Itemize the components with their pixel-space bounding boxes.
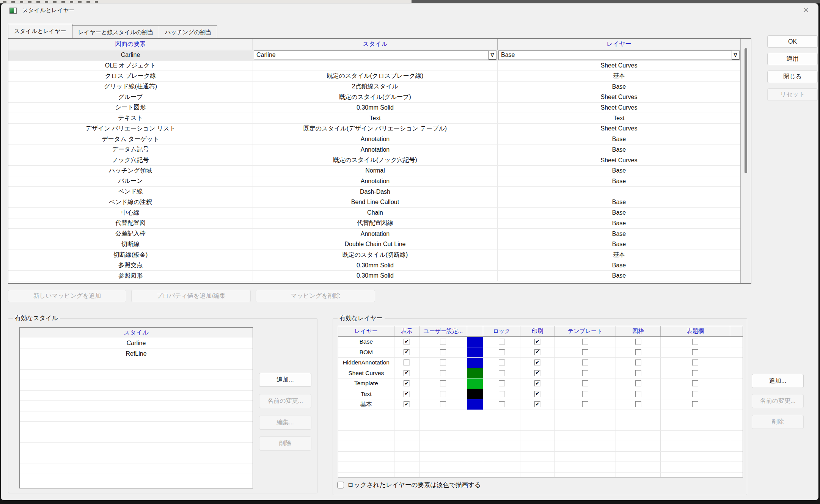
checkbox-title-block[interactable] [692,370,698,376]
checkbox-lock[interactable] [499,349,505,355]
mapping-table-row[interactable]: テキストTextText [8,113,740,124]
checkbox-frame[interactable] [616,358,661,368]
checkbox-show[interactable] [394,358,419,368]
checkbox-print[interactable]: ✔ [520,337,555,347]
checkbox-frame[interactable] [635,401,641,407]
mapping-table-row[interactable]: データム ターゲットAnnotationBase [8,134,740,145]
checkbox-frame[interactable] [635,380,641,386]
style-list-item[interactable]: Carline [20,338,253,349]
checkbox-frame[interactable] [635,370,641,376]
checkbox-show[interactable]: ✔ [394,347,419,358]
checkbox-title-block[interactable] [661,347,730,358]
checkbox-lock[interactable] [499,391,505,397]
checkbox-title-block[interactable] [692,339,698,345]
checkbox-template[interactable] [555,358,616,368]
mapping-table-row[interactable]: 公差記入枠AnnotationBase [8,229,740,239]
layer-name-cell[interactable]: 基本 [338,399,394,410]
apply-button[interactable]: 適用 [767,53,818,65]
checkbox-print[interactable]: ✔ [520,399,555,410]
checkbox-title-block[interactable] [692,360,698,366]
layer-color-swatch[interactable] [467,347,483,358]
layers-header-print[interactable]: 印刷 [520,326,555,336]
checkbox-lock[interactable] [483,389,520,399]
layer-name-cell[interactable]: Sheet Curves [338,368,394,378]
checkbox-lock[interactable] [483,347,520,358]
mapping-table-row[interactable]: ベンド線の注釈Bend Line CalloutBase [8,197,740,208]
checkbox-print[interactable]: ✔ [534,370,540,376]
checkbox-lock[interactable] [499,380,505,386]
mapping-table-row[interactable]: データム記号AnnotationBase [8,144,740,155]
layer-color-swatch[interactable] [467,337,483,347]
checkbox-print[interactable]: ✔ [520,378,555,389]
checkbox-print[interactable]: ✔ [520,358,555,368]
column-header-drawing-element[interactable]: 図面の要素 [8,39,253,50]
checkbox-lock[interactable] [483,337,520,347]
column-header-layer[interactable]: レイヤー [498,39,740,50]
layer-row[interactable]: HiddenAnnotation✔ [338,358,743,368]
checkbox-lock[interactable] [483,358,520,368]
mapping-table-row[interactable]: グループ既定のスタイル(グループ)Sheet Curves [8,92,740,103]
mapping-table-row[interactable]: クロス ブレーク線既定のスタイル(クロスブレーク線)基本 [8,71,740,82]
checkbox-lock[interactable] [499,401,505,407]
locked-layers-dim-checkbox[interactable]: ロックされたレイヤーの要素は淡色で描画する [337,481,481,489]
mapping-table-row[interactable]: 中心線ChainBase [8,208,740,218]
mapping-table-row[interactable]: グリッド線(柱通芯)2点鎖線スタイルBase [8,82,740,92]
tab-layer-linestyle-assignment[interactable]: レイヤーと線スタイルの割当 [72,25,159,38]
checkbox-print[interactable]: ✔ [534,349,540,355]
checkbox-template[interactable] [555,399,616,410]
checkbox-template[interactable] [582,401,588,407]
layer-add-button[interactable]: 追加... [752,374,804,388]
checkbox-show[interactable]: ✔ [394,389,419,399]
mapping-table-row[interactable]: OLE オブジェクトSheet Curves [8,61,740,71]
checkbox-show[interactable]: ✔ [404,401,410,407]
tab-hatching-assignment[interactable]: ハッチングの割当 [159,25,217,38]
checkbox-lock[interactable] [483,368,520,378]
mapping-table-row[interactable]: 参照図形0.30mm SolidBase [8,271,740,281]
mapping-table-row[interactable]: ノック穴記号既定のスタイル(ノック穴記号)Sheet Curves [8,155,740,166]
checkbox-user-settings[interactable] [419,337,468,347]
checkbox-title-block[interactable] [661,378,730,389]
layers-header-user-settings[interactable]: ユーザー設定... [419,326,468,336]
layer-color-swatch[interactable] [467,378,483,389]
checkbox-lock[interactable] [483,399,520,410]
mapping-table-row[interactable]: デザイン バリエーション リスト既定のスタイル(デザイン バリエーション テーブ… [8,124,740,134]
checkbox-show[interactable]: ✔ [394,378,419,389]
layer-name-cell[interactable]: Base [338,337,394,347]
checkbox-title-block[interactable] [692,349,698,355]
checkbox-show[interactable]: ✔ [404,339,410,345]
layer-color-swatch[interactable] [467,347,483,358]
checkbox-title-block[interactable] [692,401,698,407]
layers-header-show[interactable]: 表示 [394,326,419,336]
layer-color-swatch[interactable] [467,368,483,378]
checkbox-frame[interactable] [635,360,641,366]
mapping-table-row[interactable]: シート図形0.30mm SolidSheet Curves [8,103,740,113]
layer-name-cell[interactable]: Template [338,378,394,389]
style-add-button[interactable]: 追加... [259,373,311,387]
layers-header-template[interactable]: テンプレート [555,326,616,336]
checkbox-print[interactable]: ✔ [520,347,555,358]
filter-icon[interactable]: ∇ [489,51,496,60]
checkbox-frame[interactable] [635,391,641,397]
checkbox-user-settings[interactable] [419,378,468,389]
scrollbar-thumb[interactable] [745,48,747,173]
layer-color-swatch[interactable] [467,378,483,389]
mapping-table-row[interactable]: CarlineCarline∇Base∇ [8,50,740,61]
checkbox-user-settings[interactable] [440,339,446,345]
tab-styles-and-layers[interactable]: スタイルとレイヤー [8,24,72,38]
checkbox-template[interactable] [555,368,616,378]
layer-row[interactable]: Text✔✔ [338,389,743,400]
checkbox-template[interactable] [555,389,616,399]
checkbox-user-settings[interactable] [440,370,446,376]
column-header-style[interactable]: スタイル [253,39,498,50]
checkbox-user-settings[interactable] [419,399,468,410]
layers-header-lock[interactable]: ロック [483,326,520,336]
checkbox-print[interactable]: ✔ [534,401,540,407]
checkbox-title-block[interactable] [661,389,730,399]
layer-color-swatch[interactable] [467,389,483,399]
checkbox-frame[interactable] [616,368,661,378]
checkbox-frame[interactable] [616,389,661,399]
layer-color-swatch[interactable] [467,368,483,378]
checkbox-box[interactable] [337,482,344,488]
checkbox-lock[interactable] [483,378,520,389]
checkbox-user-settings[interactable] [419,368,468,378]
